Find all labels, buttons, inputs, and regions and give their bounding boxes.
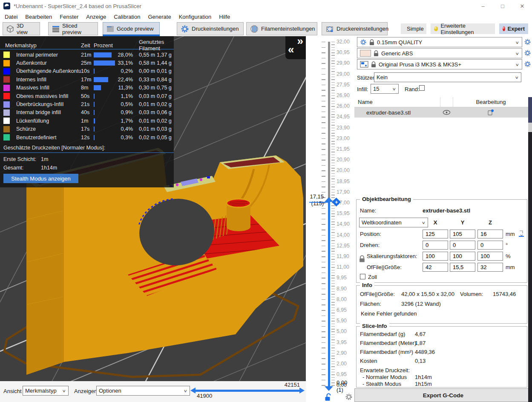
size-z-input[interactable] xyxy=(477,263,503,272)
menu-item-bearbeiten[interactable]: Bearbeiten xyxy=(21,12,56,21)
window-title: *Unbenannt - SuperSlicer_2.4 based on Pr… xyxy=(14,3,141,9)
maximize-button[interactable]: □ xyxy=(493,0,512,12)
support-select[interactable]: Kein ∨ xyxy=(374,72,521,82)
collapse-sidebar-toggle[interactable]: » « xyxy=(285,36,306,59)
slice-info-label: Filamentbedarf (Meter) xyxy=(360,340,416,346)
close-button[interactable]: ✕ xyxy=(512,0,532,12)
menu-item-hilfe[interactable]: Hilfe xyxy=(215,12,234,21)
move-slider-track[interactable] xyxy=(195,390,300,392)
feature-time: 25m xyxy=(81,60,94,66)
legend-row[interactable]: Außenkontur25m33,1%0,58 m1,44 g xyxy=(0,59,174,67)
feature-bar-wrap xyxy=(94,135,116,140)
printer-icon xyxy=(360,61,368,68)
scale-y-input[interactable] xyxy=(450,252,475,261)
brim-label: Rand: xyxy=(405,86,420,92)
filament-preset-select[interactable]: Generic ABS ∨ xyxy=(357,48,522,58)
printer-preset-gear-icon[interactable] xyxy=(524,60,531,68)
feature-time: 8m xyxy=(81,85,94,91)
stealth-mode-button[interactable]: Stealth Modus anzeigen xyxy=(3,174,78,183)
move-slider-right-arrow[interactable] xyxy=(299,388,305,393)
scrollbar-thumb[interactable] xyxy=(528,97,532,123)
feature-time: 50s xyxy=(81,93,94,99)
tab-filament-settings[interactable]: Filamenteinstellungen xyxy=(246,22,317,35)
layer-tick-label: 11,90 xyxy=(336,253,354,259)
legend-row[interactable]: Internes Infill17m22,4%0,33 m0,84 g xyxy=(0,75,174,83)
drop-to-bed-icon[interactable] xyxy=(518,230,524,237)
mode-button-simple[interactable]: Simple xyxy=(401,23,426,34)
unlock-icon[interactable] xyxy=(325,393,332,401)
feature-grams: 0,05 g xyxy=(157,135,173,141)
layer-slider-track-lower[interactable] xyxy=(328,201,330,386)
legend-row[interactable]: Überhängende Außenkontur10s0,2%0,00 m0,0… xyxy=(0,67,174,75)
rotate-x-input[interactable] xyxy=(423,241,448,250)
infill-select[interactable]: 15 ∨ xyxy=(371,84,399,94)
coordinate-system-select[interactable]: Weltkoordinaten ∨ xyxy=(359,218,428,227)
position-z-input[interactable] xyxy=(477,230,503,238)
layer-slider-track-upper[interactable] xyxy=(328,42,330,201)
size-y-input[interactable] xyxy=(450,263,475,272)
export-gcode-button[interactable]: Export G-Code xyxy=(354,388,532,402)
legend-row[interactable]: Internal perimeter21m28,0%0,55 m1,37 g xyxy=(0,51,174,59)
mode-button-erweiterte-einstellungen[interactable]: Erweiterte Einstellungen xyxy=(431,23,495,34)
eye-icon[interactable] xyxy=(440,110,453,115)
brim-checkbox[interactable] xyxy=(419,85,425,91)
menu-item-generate[interactable]: Generate xyxy=(144,12,175,21)
rotate-unit: ° xyxy=(506,242,508,248)
legend-row[interactable]: Lückenfüllung1m1,7%0,01 m0,02 g xyxy=(0,117,174,125)
object-row-selected[interactable]: extruder-base3.stl xyxy=(354,107,529,118)
legend-row[interactable]: Internal bridge infill40s0,9%0,03 m0,06 … xyxy=(0,109,174,117)
filament-preset-gear-icon[interactable] xyxy=(524,49,531,57)
feature-grams: 0,75 g xyxy=(157,85,173,91)
print-preset-gear-icon[interactable] xyxy=(524,38,531,46)
layer-ruler-ticks-dense xyxy=(331,42,335,386)
tab-sliced-preview[interactable]: Sliced preview xyxy=(48,22,98,35)
layer-slider-bottom-handle[interactable] xyxy=(325,386,333,391)
menu-item-datei[interactable]: Datei xyxy=(1,12,21,21)
legend-row[interactable]: Massives Infill8m11,3%0,30 m0,75 g xyxy=(0,84,174,92)
printer-preset-select[interactable]: Original Prusa i3 MK3S & MK3S+ ∨ xyxy=(357,59,522,69)
legend-row[interactable]: Überbrückungs-Infill21s0,5%0,01 m0,02 g xyxy=(0,100,174,108)
slider-settings-gear-icon[interactable] xyxy=(345,393,353,401)
scale-x-input[interactable] xyxy=(423,252,448,261)
size-unit: mm xyxy=(506,264,515,270)
title-bar[interactable]: *Unbenannt - SuperSlicer_2.4 based on Pr… xyxy=(0,0,532,12)
tab-print-settings[interactable]: Druckeinstellungen xyxy=(177,22,244,35)
menu-item-calibration[interactable]: Calibration xyxy=(110,12,144,21)
size-x-input[interactable] xyxy=(423,263,448,272)
rotate-y-input[interactable] xyxy=(450,241,475,250)
position-x-input[interactable] xyxy=(423,230,448,238)
feature-meters: 0,03 m xyxy=(135,109,157,115)
rotate-z-input[interactable] xyxy=(477,241,503,250)
menu-item-anzeige[interactable]: Anzeige xyxy=(82,12,110,21)
view-label: Ansicht xyxy=(3,388,22,394)
legend-header-filament: Genutztes Filament xyxy=(135,39,173,52)
show-options-select[interactable]: Optionen ∨ xyxy=(96,386,190,396)
layer-tick-label: 9,95 xyxy=(336,275,354,281)
panel-scrollbar[interactable] xyxy=(528,97,532,402)
mode-button-expert[interactable]: Expert xyxy=(499,23,528,34)
layer-tick-label: 18,95 xyxy=(336,178,354,184)
position-y-input[interactable] xyxy=(450,230,475,238)
uniform-scale-lock-icon[interactable] xyxy=(359,255,365,263)
minimize-button[interactable]: – xyxy=(473,0,493,12)
inch-checkbox[interactable] xyxy=(360,274,365,279)
layer-tick-label: 26,00 xyxy=(336,103,354,109)
view-mode-select[interactable]: Merkmalstyp ∨ xyxy=(23,386,69,396)
feature-color-swatch xyxy=(3,52,10,58)
tab-3d-view[interactable]: 3D view xyxy=(3,22,40,35)
tab-printer-settings[interactable]: Druckereinstellungen xyxy=(322,22,388,35)
feature-grams: 0,06 g xyxy=(157,109,173,115)
menu-item-fenster[interactable]: Fenster xyxy=(56,12,82,21)
legend-row[interactable]: Benutzerdefiniert12s0,3%0,02 m0,05 g xyxy=(0,133,174,141)
legend-row[interactable]: Schürze17s0,4%0,01 m0,03 g xyxy=(0,125,174,133)
menu-item-konfiguration[interactable]: Konfiguration xyxy=(175,12,216,21)
legend-row[interactable]: Oberes massives Infill50s1,1%0,03 m0,07 … xyxy=(0,92,174,100)
layer-slider-handle[interactable] xyxy=(325,197,333,202)
scale-z-input[interactable] xyxy=(477,252,503,261)
edit-object-icon[interactable] xyxy=(453,109,529,116)
tab-gcode-preview[interactable]: Gcode preview xyxy=(103,22,160,35)
print-preset-select[interactable]: 0.15mm QUALITY ∨ xyxy=(357,37,522,47)
viewport-3d[interactable]: Merkmalstyp Zeit Prozent Genutztes Filam… xyxy=(0,36,306,381)
feature-percent-bar xyxy=(94,110,95,115)
layer-tick-label: 20,00 xyxy=(336,167,354,173)
